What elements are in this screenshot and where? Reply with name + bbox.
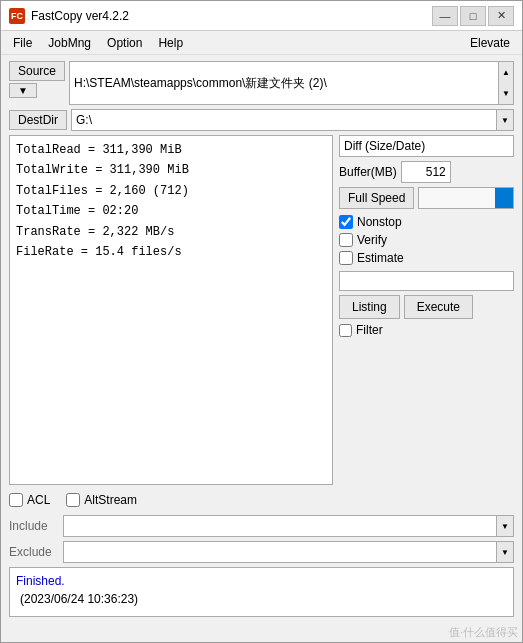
filter-row: Filter [339, 323, 514, 337]
buffer-label: Buffer(MB) [339, 165, 397, 179]
title-bar: FC FastCopy ver4.2.2 — □ ✕ [1, 1, 522, 31]
nonstop-label[interactable]: Nonstop [357, 215, 402, 229]
maximize-button[interactable]: □ [460, 6, 486, 26]
source-drop-button[interactable]: ▼ [9, 83, 37, 98]
main-window: FC FastCopy ver4.2.2 — □ ✕ File JobMng O… [0, 0, 523, 643]
stat-line-1: TotalWrite = 311,390 MiB [16, 160, 326, 180]
source-scroll-down[interactable]: ▼ [499, 83, 513, 104]
verify-checkbox[interactable] [339, 233, 353, 247]
full-speed-button[interactable]: Full Speed [339, 187, 414, 209]
include-dropdown-arrow[interactable]: ▼ [496, 515, 514, 537]
speed-slider-fill [495, 188, 513, 208]
close-button[interactable]: ✕ [488, 6, 514, 26]
filter-label[interactable]: Filter [356, 323, 383, 337]
diff-select[interactable]: Diff (Size/Date) Diff (Size) Diff (Date)… [339, 135, 514, 157]
buffer-input[interactable] [401, 161, 451, 183]
estimate-row: Estimate [339, 251, 514, 265]
log-area: Finished. (2023/06/24 10:36:23) [9, 567, 514, 617]
menu-elevate[interactable]: Elevate [462, 34, 518, 52]
altstream-label[interactable]: AltStream [84, 493, 137, 507]
menu-option[interactable]: Option [99, 34, 150, 52]
acl-altstream-row: ACL AltStream [9, 489, 514, 511]
stat-line-0: TotalRead = 311,390 MiB [16, 140, 326, 160]
destdir-button[interactable]: DestDir [9, 110, 67, 130]
include-label: Include [9, 519, 59, 533]
estimate-label[interactable]: Estimate [357, 251, 404, 265]
menu-help[interactable]: Help [150, 34, 191, 52]
verify-label[interactable]: Verify [357, 233, 387, 247]
listing-button[interactable]: Listing [339, 295, 400, 319]
acl-checkbox[interactable] [9, 493, 23, 507]
source-scroll-up[interactable]: ▲ [499, 62, 513, 83]
title-text: FastCopy ver4.2.2 [31, 9, 432, 23]
acl-label[interactable]: ACL [27, 493, 50, 507]
verify-row: Verify [339, 233, 514, 247]
altstream-row-item: AltStream [66, 493, 137, 507]
exclude-row: Exclude ▼ [9, 541, 514, 563]
altstream-checkbox[interactable] [66, 493, 80, 507]
buffer-row: Buffer(MB) [339, 161, 514, 183]
estimate-checkbox[interactable] [339, 251, 353, 265]
filter-checkbox[interactable] [339, 324, 352, 337]
menu-jobmng[interactable]: JobMng [40, 34, 99, 52]
checkboxes: Nonstop Verify Estimate [339, 213, 514, 267]
source-path-display: H:\STEAM\steamapps\common\新建文件夹 (2)\ [69, 61, 499, 105]
source-scroll-arrows: ▲ ▼ [499, 61, 514, 105]
window-controls: — □ ✕ [432, 6, 514, 26]
include-input-wrap: ▼ [63, 515, 514, 537]
exclude-input[interactable] [63, 541, 514, 563]
diff-select-wrap: Diff (Size/Date) Diff (Size) Diff (Date)… [339, 135, 514, 157]
nonstop-checkbox[interactable] [339, 215, 353, 229]
stat-line-3: TotalTime = 02:20 [16, 201, 326, 221]
source-path-area: H:\STEAM\steamapps\common\新建文件夹 (2)\ ▲ ▼ [69, 61, 514, 105]
exclude-dropdown-arrow[interactable]: ▼ [496, 541, 514, 563]
log-line-1: Finished. [16, 572, 507, 590]
content-area: Source ▼ H:\STEAM\steamapps\common\新建文件夹… [1, 55, 522, 623]
stat-line-5: FileRate = 15.4 files/s [16, 242, 326, 262]
dest-dropdown-arrow[interactable]: ▼ [496, 109, 514, 131]
log-line-2: (2023/06/24 10:36:23) [16, 590, 507, 608]
main-area: TotalRead = 311,390 MiB TotalWrite = 311… [9, 135, 514, 485]
right-panel: Diff (Size/Date) Diff (Size) Diff (Date)… [339, 135, 514, 485]
source-row: Source ▼ H:\STEAM\steamapps\common\新建文件夹… [9, 61, 514, 105]
dest-row: DestDir ▼ [9, 109, 514, 131]
app-icon: FC [9, 8, 25, 24]
source-button[interactable]: Source [9, 61, 65, 81]
minimize-button[interactable]: — [432, 6, 458, 26]
execute-button[interactable]: Execute [404, 295, 473, 319]
stats-panel: TotalRead = 311,390 MiB TotalWrite = 311… [9, 135, 333, 485]
speed-slider[interactable] [418, 187, 514, 209]
exclude-input-wrap: ▼ [63, 541, 514, 563]
speed-row: Full Speed [339, 187, 514, 209]
menu-bar: File JobMng Option Help Elevate [1, 31, 522, 55]
include-input[interactable] [63, 515, 514, 537]
stats-text-area: TotalRead = 311,390 MiB TotalWrite = 311… [9, 135, 333, 485]
stat-line-2: TotalFiles = 2,160 (712) [16, 181, 326, 201]
menu-file[interactable]: File [5, 34, 40, 52]
acl-row-item: ACL [9, 493, 50, 507]
bottom-bar: 值·什么值得买 [1, 623, 522, 642]
comment-input[interactable] [339, 271, 514, 291]
include-row: Include ▼ [9, 515, 514, 537]
exclude-label: Exclude [9, 545, 59, 559]
source-btn-group: Source ▼ [9, 61, 65, 105]
stat-line-4: TransRate = 2,322 MB/s [16, 222, 326, 242]
watermark-text: 值·什么值得买 [449, 625, 518, 640]
nonstop-row: Nonstop [339, 215, 514, 229]
dest-input-wrap: ▼ [71, 109, 514, 131]
dest-path-input[interactable] [71, 109, 514, 131]
